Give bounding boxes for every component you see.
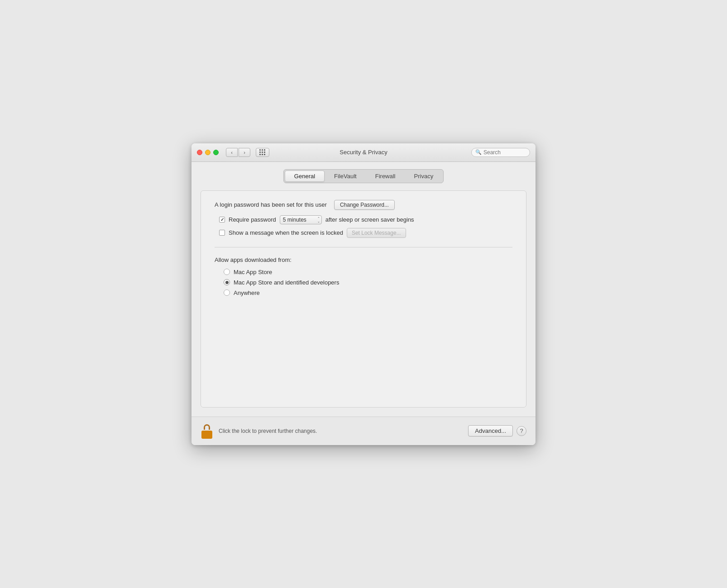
tab-privacy[interactable]: Privacy [405, 171, 443, 182]
require-password-checkbox[interactable] [219, 217, 225, 223]
close-button[interactable] [197, 150, 202, 155]
radio-label-anywhere: Anywhere [234, 289, 260, 296]
tabs-container: General FileVault Firewall Privacy [201, 169, 526, 183]
allow-apps-section: Allow apps downloaded from: Mac App Stor… [215, 256, 512, 296]
settings-panel: A login password has been set for this u… [201, 190, 526, 408]
search-input[interactable] [483, 149, 526, 156]
require-password-label: Require password [229, 216, 276, 223]
minimize-button[interactable] [205, 150, 210, 155]
password-section: A login password has been set for this u… [215, 200, 512, 247]
radio-mac-app-store-developers[interactable] [224, 279, 230, 285]
require-password-select-wrapper: immediately 5 seconds 1 minute 5 minutes… [280, 215, 322, 224]
change-password-button[interactable]: Change Password... [334, 200, 395, 210]
tab-firewall[interactable]: Firewall [366, 171, 405, 182]
nav-buttons: ‹ › [226, 148, 250, 157]
lock-status-text: Click the lock to prevent further change… [219, 428, 317, 434]
advanced-button[interactable]: Advanced... [468, 425, 513, 436]
bottom-bar: Click the lock to prevent further change… [191, 417, 536, 445]
help-button[interactable]: ? [517, 426, 526, 436]
grid-view-button[interactable] [256, 148, 269, 157]
radio-label-mac-app-store-developers: Mac App Store and identified developers [234, 279, 339, 286]
content-area: General FileVault Firewall Privacy A log… [191, 162, 536, 417]
tab-group: General FileVault Firewall Privacy [283, 169, 444, 183]
set-lock-message-button[interactable]: Set Lock Message... [347, 228, 406, 238]
require-password-select[interactable]: immediately 5 seconds 1 minute 5 minutes… [280, 215, 322, 224]
password-status-label: A login password has been set for this u… [215, 201, 327, 208]
radio-anywhere[interactable] [224, 289, 230, 296]
radio-group: Mac App Store Mac App Store and identifi… [215, 269, 512, 296]
radio-row-mac-app-store[interactable]: Mac App Store [224, 269, 512, 275]
password-status-row: A login password has been set for this u… [215, 200, 512, 210]
tab-general[interactable]: General [285, 171, 325, 182]
search-icon: 🔍 [475, 149, 482, 155]
system-preferences-window: ‹ › Security & Privacy 🔍 General FileVau… [191, 143, 536, 445]
lock-icon[interactable] [201, 423, 213, 439]
tab-filevault[interactable]: FileVault [325, 171, 366, 182]
radio-mac-app-store[interactable] [224, 269, 230, 275]
radio-row-anywhere[interactable]: Anywhere [224, 289, 512, 296]
show-message-checkbox[interactable] [219, 230, 225, 236]
radio-label-mac-app-store: Mac App Store [234, 269, 272, 275]
traffic-lights [197, 150, 219, 155]
search-box[interactable]: 🔍 [471, 148, 530, 157]
titlebar: ‹ › Security & Privacy 🔍 [191, 143, 536, 162]
show-message-label: Show a message when the screen is locked [229, 229, 343, 236]
lock-body [201, 431, 212, 439]
radio-row-mac-app-store-developers[interactable]: Mac App Store and identified developers [224, 279, 512, 286]
require-password-suffix: after sleep or screen saver begins [325, 216, 414, 223]
forward-button[interactable]: › [239, 148, 250, 157]
lock-shackle [204, 424, 210, 430]
allow-apps-label: Allow apps downloaded from: [215, 256, 512, 263]
maximize-button[interactable] [213, 150, 219, 155]
back-button[interactable]: ‹ [226, 148, 238, 157]
grid-icon [259, 149, 266, 156]
lock-message-row: Show a message when the screen is locked… [215, 228, 512, 238]
bottom-right-buttons: Advanced... ? [468, 425, 526, 436]
require-password-row: Require password immediately 5 seconds 1… [215, 215, 512, 224]
window-title: Security & Privacy [340, 149, 387, 156]
